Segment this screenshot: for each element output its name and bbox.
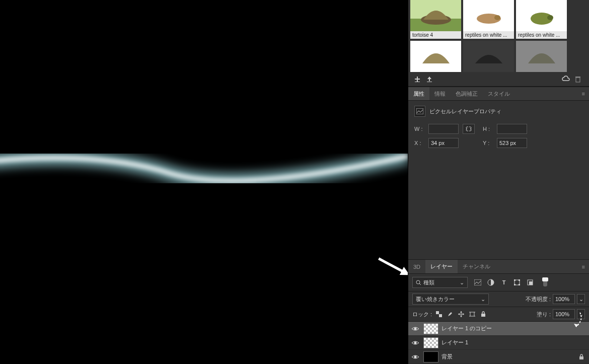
- filter-adjust-icon[interactable]: [487, 278, 495, 286]
- svg-point-41: [414, 355, 417, 358]
- lock-position-icon[interactable]: [457, 310, 465, 318]
- properties-title: ピクセルレイヤープロパティ: [429, 108, 501, 115]
- x-input[interactable]: [428, 138, 459, 148]
- upload-icon[interactable]: [424, 74, 434, 84]
- library-item[interactable]: [410, 41, 461, 72]
- svg-rect-13: [416, 108, 423, 114]
- tab-styles[interactable]: スタイル: [483, 87, 515, 100]
- svg-marker-1: [400, 267, 408, 279]
- filter-text-icon[interactable]: T: [500, 278, 508, 286]
- svg-rect-16: [474, 279, 481, 285]
- layer-thumbnail[interactable]: [423, 323, 438, 334]
- kind-label: 種類: [423, 279, 434, 286]
- cc-cloud-icon[interactable]: [561, 74, 571, 84]
- tab-channels[interactable]: チャンネル: [458, 260, 495, 273]
- tab-adjustments[interactable]: 色調補正: [451, 87, 483, 100]
- layer-thumbnail[interactable]: [423, 351, 438, 362]
- layer-name[interactable]: レイヤー 1 のコピー: [441, 325, 492, 332]
- lock-artboard-icon[interactable]: [468, 310, 476, 318]
- chevron-down-icon: ⌄: [481, 296, 485, 303]
- library-item[interactable]: [463, 41, 514, 72]
- filter-shape-icon[interactable]: [513, 278, 521, 286]
- svg-rect-12: [575, 77, 580, 78]
- add-to-library-icon[interactable]: [412, 74, 422, 84]
- library-toolbar: [408, 72, 589, 87]
- svg-rect-26: [439, 314, 442, 317]
- filter-smart-icon[interactable]: [526, 278, 534, 286]
- svg-marker-32: [463, 313, 464, 315]
- visibility-eye-icon[interactable]: [410, 326, 420, 332]
- svg-rect-9: [415, 82, 420, 82]
- filter-toggle[interactable]: [543, 278, 547, 286]
- fill-label: 塗り :: [537, 311, 551, 318]
- lock-all-icon[interactable]: [479, 310, 487, 318]
- trash-icon[interactable]: [573, 74, 583, 84]
- library-label: reptiles on white ...: [516, 31, 567, 39]
- tab-3d[interactable]: 3D: [408, 260, 425, 273]
- layer-row[interactable]: 背景: [408, 350, 589, 364]
- tab-layers[interactable]: レイヤー: [425, 260, 458, 273]
- height-input[interactable]: [497, 124, 527, 134]
- svg-line-15: [419, 283, 421, 285]
- layer-list: レイヤー 1 のコピー レイヤー 1 背景: [408, 322, 589, 364]
- svg-rect-22: [519, 284, 520, 285]
- svg-rect-24: [529, 281, 533, 285]
- library-label: reptiles on white ...: [463, 31, 514, 39]
- light-streak-artwork: [0, 146, 408, 191]
- layer-kind-select[interactable]: 種類 ⌄: [412, 277, 468, 288]
- blend-mode-select[interactable]: 覆い焼きカラー ⌄: [412, 294, 489, 305]
- layer-thumbnail[interactable]: [423, 337, 438, 348]
- svg-line-0: [379, 259, 404, 272]
- arrow-annotation: [376, 253, 408, 280]
- tab-info[interactable]: 情報: [429, 87, 451, 100]
- svg-point-39: [414, 327, 417, 330]
- right-panel: tortoise 4 reptiles on white ... reptile…: [408, 0, 589, 364]
- visibility-eye-icon[interactable]: [410, 340, 420, 346]
- tab-properties[interactable]: 属性: [408, 87, 429, 100]
- library-label: tortoise 4: [410, 31, 461, 39]
- visibility-eye-icon[interactable]: [410, 354, 420, 360]
- layers-tabs: 3D レイヤー チャンネル ≡: [408, 260, 589, 274]
- width-input[interactable]: [428, 124, 459, 134]
- library-thumb: [410, 41, 461, 72]
- lock-brush-icon[interactable]: [446, 310, 454, 318]
- library-thumb: [516, 0, 567, 31]
- library-item[interactable]: tortoise 4: [410, 0, 461, 39]
- svg-rect-33: [470, 312, 474, 316]
- layer-row[interactable]: レイヤー 1: [408, 336, 589, 350]
- library-item[interactable]: reptiles on white ...: [516, 0, 567, 39]
- panel-menu-icon[interactable]: ≡: [578, 91, 589, 97]
- svg-marker-31: [458, 313, 460, 315]
- dashed-curve-annotation: [574, 312, 583, 328]
- library-item[interactable]: reptiles on white ...: [463, 0, 514, 39]
- library-thumb: [463, 0, 514, 31]
- height-label: H :: [483, 126, 493, 132]
- lock-transparent-icon[interactable]: [435, 310, 443, 318]
- chevron-down-icon[interactable]: ⌄: [577, 294, 585, 304]
- opacity-label: 不透明度 :: [526, 296, 551, 303]
- svg-rect-8: [415, 79, 420, 80]
- opacity-value[interactable]: 100%: [553, 294, 575, 304]
- canvas-area[interactable]: [0, 0, 408, 364]
- svg-rect-19: [514, 279, 516, 281]
- layer-name[interactable]: 背景: [441, 353, 453, 360]
- panel-menu-icon[interactable]: ≡: [578, 264, 589, 270]
- lock-label: ロック :: [412, 311, 432, 318]
- fill-value[interactable]: 100%: [553, 309, 575, 319]
- link-dimensions-icon[interactable]: [463, 124, 475, 134]
- library-grid: tortoise 4 reptiles on white ... reptile…: [408, 0, 589, 72]
- filter-pixel-icon[interactable]: [474, 278, 482, 286]
- layer-row[interactable]: レイヤー 1 のコピー: [408, 322, 589, 336]
- svg-point-40: [414, 341, 417, 344]
- chevron-down-icon: ⌄: [460, 279, 464, 286]
- layer-name[interactable]: レイヤー 1: [441, 339, 468, 346]
- svg-rect-42: [579, 356, 583, 359]
- blend-row: 覆い焼きカラー ⌄ 不透明度 : 100% ⌄: [408, 292, 589, 307]
- pixel-layer-icon: [414, 106, 425, 117]
- y-input[interactable]: [497, 138, 527, 148]
- x-label: X :: [414, 140, 424, 146]
- library-item[interactable]: [516, 41, 567, 72]
- svg-rect-25: [436, 311, 439, 314]
- svg-rect-21: [514, 284, 516, 285]
- properties-body: ピクセルレイヤープロパティ W : H : X : Y :: [408, 101, 589, 157]
